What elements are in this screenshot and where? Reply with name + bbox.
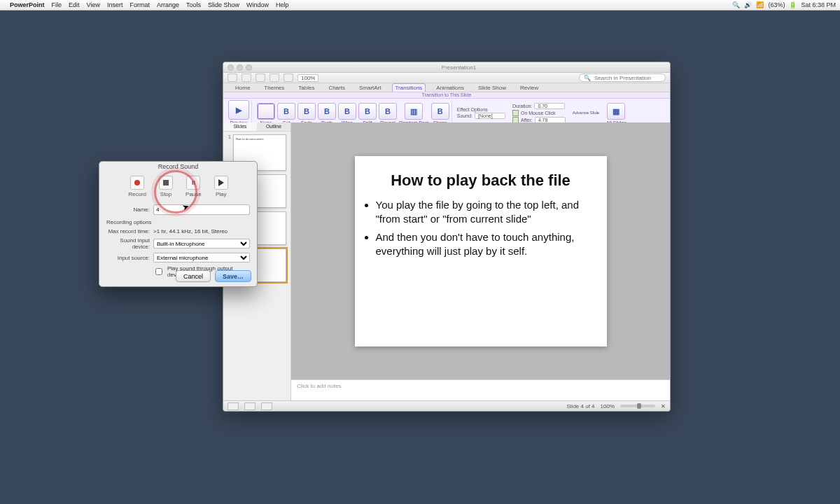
all-slides-button[interactable]: ▦ bbox=[607, 103, 625, 120]
transition-split[interactable]: B bbox=[358, 103, 377, 120]
status-zoom: 100% bbox=[601, 403, 615, 410]
wifi-icon[interactable]: 📶 bbox=[756, 1, 764, 8]
pause-button[interactable]: IIPause bbox=[186, 176, 202, 197]
sound-device-label: Sound input device: bbox=[106, 237, 150, 250]
menu-edit[interactable]: Edit bbox=[69, 1, 80, 8]
play-through-checkbox[interactable] bbox=[155, 268, 162, 275]
battery-text: (63%) bbox=[768, 1, 785, 8]
transition-none[interactable] bbox=[257, 103, 275, 120]
ribbon-group-timing: Duration:0.70 On Mouse Click After:4.78 bbox=[510, 100, 568, 125]
menu-arrange[interactable]: Arrange bbox=[157, 1, 179, 8]
play-label: Play bbox=[216, 191, 227, 197]
on-mouse-label: On Mouse Click bbox=[521, 111, 555, 115]
pause-icon: II bbox=[186, 176, 200, 190]
window-titlebar: Presentation1 bbox=[223, 62, 670, 73]
record-button[interactable]: Record bbox=[128, 176, 146, 197]
transition-push[interactable]: B bbox=[318, 103, 336, 120]
slide-canvas[interactable]: How to play back the file You play the f… bbox=[291, 122, 670, 379]
play-button[interactable]: Play bbox=[214, 176, 228, 197]
ribbon-group-applyto: ▦ All Slides bbox=[604, 100, 629, 125]
name-input[interactable] bbox=[153, 204, 250, 215]
qat-undo-icon[interactable] bbox=[241, 74, 251, 82]
qat-redo-icon[interactable] bbox=[255, 74, 265, 82]
transition-fade[interactable]: B bbox=[298, 103, 316, 120]
tab-smartart[interactable]: SmartArt bbox=[356, 83, 385, 92]
stop-icon bbox=[159, 176, 173, 190]
sound-device-select[interactable]: Built-in Microphone bbox=[153, 239, 250, 248]
ribbon-tabs: Home Themes Tables Charts SmartArt Trans… bbox=[223, 83, 670, 92]
view-sorter-icon[interactable] bbox=[244, 402, 255, 410]
after-label: After: bbox=[521, 118, 533, 122]
record-icon bbox=[130, 176, 144, 190]
ribbon-group-transitions: None BCut BFade BPush BWipe BSplit BReve… bbox=[255, 100, 452, 125]
tab-tables[interactable]: Tables bbox=[295, 83, 318, 92]
on-mouse-check[interactable] bbox=[512, 110, 519, 116]
play-icon bbox=[214, 176, 228, 190]
sound-select[interactable]: [None] bbox=[475, 113, 505, 119]
preview-button[interactable]: ▶ bbox=[228, 100, 249, 120]
slide-panel-tabs: Slides Outline bbox=[223, 122, 290, 132]
input-source-select[interactable]: External microphone bbox=[153, 253, 250, 262]
volume-icon[interactable]: 🔊 bbox=[744, 1, 752, 8]
thumb-1-num: 1 bbox=[225, 134, 231, 139]
slide-bullets[interactable]: You play the file by going to the top le… bbox=[376, 198, 594, 259]
clock[interactable]: Sat 6:38 PM bbox=[801, 1, 836, 8]
record-sound-dialog: Record Sound Record Stop IIPause Play ➤ … bbox=[99, 161, 258, 287]
battery-icon[interactable]: 🔋 bbox=[789, 1, 797, 8]
view-slideshow-icon[interactable] bbox=[261, 402, 272, 410]
menu-tools[interactable]: Tools bbox=[186, 1, 201, 8]
notes-pane[interactable]: Click to add notes bbox=[291, 379, 670, 401]
status-close-icon[interactable]: ✕ bbox=[661, 403, 666, 410]
duration-field[interactable]: 0.70 bbox=[534, 103, 565, 109]
menubar-app[interactable]: PowerPoint bbox=[10, 1, 45, 8]
dialog-controls: Record Stop IIPause Play bbox=[99, 176, 257, 197]
quick-access-toolbar: 100% 🔍 bbox=[223, 73, 670, 83]
zoom-slider[interactable] bbox=[620, 405, 655, 407]
effect-options-button[interactable]: Effect Options bbox=[457, 107, 488, 112]
menu-insert[interactable]: Insert bbox=[107, 1, 123, 8]
slide-title[interactable]: How to play back the file bbox=[363, 172, 598, 190]
tab-home[interactable]: Home bbox=[232, 83, 253, 92]
menu-slideshow[interactable]: Slide Show bbox=[208, 1, 239, 8]
menu-window[interactable]: Window bbox=[246, 1, 269, 8]
search-input[interactable] bbox=[593, 74, 659, 82]
menu-help[interactable]: Help bbox=[276, 1, 289, 8]
workspace: Slides Outline 1How to do voice-overs 2 … bbox=[223, 122, 670, 401]
slide-panel-tab-slides[interactable]: Slides bbox=[223, 122, 257, 131]
slide-bullet-1: You play the file by going to the top le… bbox=[376, 198, 594, 227]
tab-transitions[interactable]: Transitions bbox=[392, 83, 426, 92]
current-slide[interactable]: How to play back the file You play the f… bbox=[355, 156, 607, 346]
qat-print-icon[interactable] bbox=[270, 74, 279, 82]
tab-themes[interactable]: Themes bbox=[260, 83, 288, 92]
traffic-lights[interactable] bbox=[227, 64, 252, 71]
slide-panel-tab-outline[interactable]: Outline bbox=[257, 122, 290, 131]
transition-cut[interactable]: B bbox=[277, 103, 295, 120]
transition-wipe[interactable]: B bbox=[338, 103, 356, 120]
tab-review[interactable]: Review bbox=[517, 83, 542, 92]
tab-slideshow[interactable]: Slide Show bbox=[475, 83, 510, 92]
qat-format-painter-icon[interactable] bbox=[284, 74, 293, 82]
spotlight-icon[interactable]: 🔍 bbox=[732, 1, 740, 8]
dialog-title: Record Sound bbox=[99, 162, 257, 172]
transition-reveal[interactable]: B bbox=[379, 103, 397, 120]
transition-shape[interactable]: B bbox=[431, 103, 449, 120]
ribbon-subtitle: Transition to This Slide bbox=[223, 92, 670, 99]
cancel-button[interactable]: Cancel bbox=[176, 270, 211, 282]
transition-randombars[interactable]: ▥ bbox=[405, 103, 423, 120]
max-record-value: >1 hr, 44.1 kHz, 16 bit, Stereo bbox=[153, 228, 250, 234]
pause-label: Pause bbox=[186, 191, 202, 197]
record-label: Record bbox=[128, 191, 146, 197]
tab-animations[interactable]: Animations bbox=[433, 83, 468, 92]
menu-view[interactable]: View bbox=[87, 1, 100, 8]
qat-zoom[interactable]: 100% bbox=[298, 74, 318, 82]
menubar-right: 🔍 🔊 📶 (63%) 🔋 Sat 6:38 PM bbox=[732, 1, 836, 8]
save-button[interactable]: Save… bbox=[215, 270, 251, 282]
ribbon-group-advance: Advance Slide bbox=[570, 100, 601, 125]
view-normal-icon[interactable] bbox=[227, 402, 239, 410]
qat-save-icon[interactable] bbox=[227, 74, 237, 82]
search-box[interactable]: 🔍 bbox=[579, 74, 666, 82]
menu-file[interactable]: File bbox=[52, 1, 62, 8]
tab-charts[interactable]: Charts bbox=[325, 83, 349, 92]
menu-format[interactable]: Format bbox=[130, 1, 150, 8]
stop-button[interactable]: Stop bbox=[159, 176, 173, 197]
